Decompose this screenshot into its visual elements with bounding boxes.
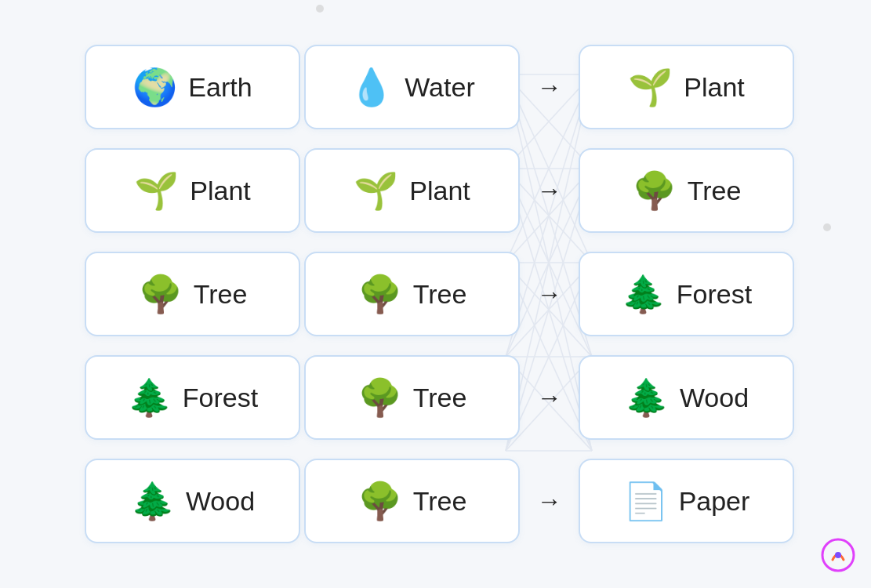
tree-icon-5: 🌳 <box>357 483 402 519</box>
tree-label-4: Tree <box>413 486 467 517</box>
tree-card-2[interactable]: 🌳 Tree <box>304 252 520 336</box>
tree-label-3: Tree <box>413 383 467 413</box>
tree-card-3[interactable]: 🌳 Tree <box>304 355 520 440</box>
earth-card[interactable]: 🌍 Earth <box>85 45 300 129</box>
plant-icon-1: 🌱 <box>628 69 673 105</box>
arrow-3: → <box>518 280 581 309</box>
water-card[interactable]: 💧 Water <box>304 45 520 129</box>
forest-result-1[interactable]: 🌲 Forest <box>579 252 794 336</box>
water-label: Water <box>405 72 474 103</box>
earth-label: Earth <box>188 72 252 103</box>
brand-icon <box>821 538 855 572</box>
plant-icon-3: 🌱 <box>354 172 398 209</box>
forest-card-1[interactable]: 🌲 Forest <box>85 355 300 440</box>
wood-icon-1: 🌲 <box>624 379 669 416</box>
arrow-1: → <box>518 73 581 102</box>
forest-result-label-1: Forest <box>677 279 752 310</box>
svg-point-25 <box>316 5 324 13</box>
wood-result-label-1: Wood <box>680 383 749 413</box>
forest-label-1: Forest <box>183 383 258 413</box>
plant-label-1: Plant <box>190 176 251 206</box>
main-grid: 🌍 Earth 💧 Water → 🌱 Plant 🌱 Plant 🌱 Plan… <box>79 40 793 548</box>
plant-card-2[interactable]: 🌱 Plant <box>304 148 520 233</box>
tree-icon-2: 🌳 <box>138 276 183 312</box>
wood-card-1[interactable]: 🌲 Wood <box>85 459 300 543</box>
earth-icon: 🌍 <box>132 69 177 105</box>
tree-icon-3: 🌳 <box>357 276 402 312</box>
paper-result-label-1: Paper <box>679 486 750 517</box>
plant-result-1[interactable]: 🌱 Plant <box>579 45 794 129</box>
plant-icon-2: 🌱 <box>134 172 179 209</box>
arrow-2: → <box>518 176 581 205</box>
forest-icon-1: 🌲 <box>621 276 666 312</box>
svg-point-26 <box>823 223 831 231</box>
tree-label-1: Tree <box>194 279 248 310</box>
plant-result-label-1: Plant <box>684 72 745 103</box>
wood-result-1[interactable]: 🌲 Wood <box>579 355 794 440</box>
tree-card-4[interactable]: 🌳 Tree <box>304 459 520 543</box>
plant-label-2: Plant <box>409 176 470 206</box>
arrow-5: → <box>518 487 581 516</box>
wood-icon-2: 🌲 <box>130 483 175 519</box>
arrow-4: → <box>518 383 581 412</box>
tree-result-label-1: Tree <box>688 176 742 206</box>
plant-card-1[interactable]: 🌱 Plant <box>85 148 300 233</box>
wood-label-1: Wood <box>186 486 255 517</box>
paper-icon-1: 📄 <box>623 483 668 519</box>
forest-icon-2: 🌲 <box>127 379 172 416</box>
tree-icon-1: 🌳 <box>632 172 677 209</box>
tree-icon-4: 🌳 <box>357 379 402 416</box>
svg-point-28 <box>835 552 841 558</box>
tree-card-1[interactable]: 🌳 Tree <box>85 252 300 336</box>
paper-result-1[interactable]: 📄 Paper <box>579 459 794 543</box>
tree-label-2: Tree <box>413 279 467 310</box>
tree-result-1[interactable]: 🌳 Tree <box>579 148 794 233</box>
water-icon: 💧 <box>349 69 394 105</box>
